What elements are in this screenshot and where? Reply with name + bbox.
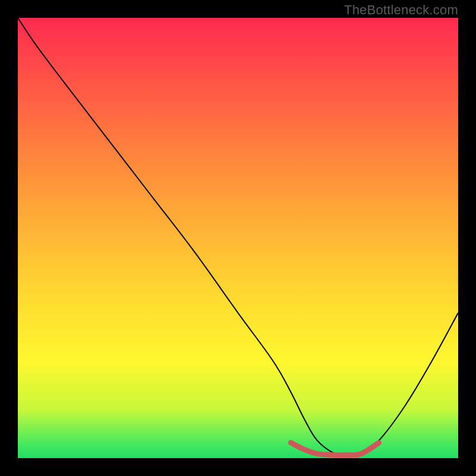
optimal-range-marker (291, 443, 379, 455)
plot-area (18, 18, 458, 458)
attribution-text: TheBottleneck.com (344, 2, 458, 18)
bottleneck-curve (18, 18, 458, 456)
chart-svg (18, 18, 458, 458)
chart-frame: TheBottleneck.com (0, 0, 476, 476)
